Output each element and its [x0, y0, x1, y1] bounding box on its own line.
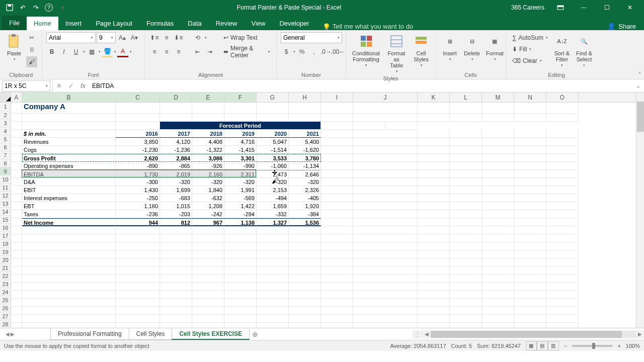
- name-box[interactable]: 1R x 5C▾: [2, 80, 50, 92]
- cell-styles-button[interactable]: Cell Styles▾: [411, 32, 431, 68]
- col-header-B[interactable]: B: [22, 93, 116, 102]
- grow-font-icon[interactable]: A▴: [117, 32, 128, 43]
- sort-filter-button[interactable]: A↓ZSort & Filter▾: [552, 32, 572, 68]
- underline-button[interactable]: U: [70, 46, 82, 57]
- row-header-14[interactable]: 14: [0, 208, 11, 216]
- help-icon[interactable]: ?: [44, 3, 53, 12]
- row-header-27[interactable]: 27: [0, 312, 11, 320]
- zoom-out-button[interactable]: −: [564, 343, 567, 349]
- col-header-I[interactable]: I: [321, 93, 353, 102]
- year-2016[interactable]: 2016: [116, 130, 160, 138]
- select-all-corner[interactable]: ◢: [0, 93, 11, 102]
- increase-indent-icon[interactable]: ⇥: [204, 46, 215, 57]
- row-header-13[interactable]: 13: [0, 200, 11, 208]
- orientation-icon[interactable]: ⟲: [192, 32, 203, 43]
- year-2017[interactable]: 2017: [160, 130, 192, 138]
- ribbon-display-icon[interactable]: [550, 2, 571, 13]
- row-header-8[interactable]: 8: [0, 159, 11, 167]
- delete-cells-button[interactable]: ⊟Delete▾: [462, 32, 482, 62]
- autosum-button[interactable]: ∑AutoSum▾: [510, 32, 550, 43]
- scrollbar-thumb[interactable]: [637, 102, 644, 132]
- maximize-button[interactable]: ☐: [597, 2, 617, 13]
- merge-center-button[interactable]: ⬌Merge & Center▾: [221, 46, 272, 57]
- row-header-23[interactable]: 23: [0, 280, 11, 288]
- copy-icon[interactable]: ⎘: [26, 44, 37, 55]
- row-header-4[interactable]: 4: [0, 127, 11, 135]
- row-header-11[interactable]: 11: [0, 184, 11, 192]
- scroll-left-icon[interactable]: ◀: [423, 331, 431, 337]
- col-header-F[interactable]: F: [224, 93, 257, 102]
- row-label-ebit[interactable]: EBIT: [22, 186, 116, 194]
- row-header-26[interactable]: 26: [0, 304, 11, 312]
- align-right-icon[interactable]: ≡: [173, 46, 184, 57]
- row-header-18[interactable]: 18: [0, 240, 11, 248]
- row-header-5[interactable]: 5: [0, 135, 11, 143]
- tab-data[interactable]: Data: [181, 17, 208, 30]
- col-header-K[interactable]: K: [418, 93, 450, 102]
- row-label-interest-expenses[interactable]: Interest expenses: [22, 194, 116, 202]
- col-header-J[interactable]: J: [353, 93, 418, 102]
- row-label-taxes[interactable]: Taxes: [22, 210, 116, 218]
- enter-formula-icon[interactable]: ✓: [65, 82, 77, 89]
- col-header-E[interactable]: E: [192, 93, 224, 102]
- row-header-25[interactable]: 25: [0, 296, 11, 304]
- row-header-21[interactable]: 21: [0, 264, 11, 272]
- col-header-G[interactable]: G: [257, 93, 289, 102]
- percent-icon[interactable]: %: [296, 46, 307, 57]
- comma-icon[interactable]: ,: [308, 46, 319, 57]
- row-header-28[interactable]: 28: [0, 320, 11, 328]
- col-header-N[interactable]: N: [514, 93, 546, 102]
- tab-formulas[interactable]: Formulas: [139, 17, 181, 30]
- borders-icon[interactable]: ▦: [86, 46, 97, 57]
- accounting-icon[interactable]: $: [281, 46, 292, 57]
- row-header-24[interactable]: 24: [0, 288, 11, 296]
- tab-insert[interactable]: Insert: [58, 17, 89, 30]
- increase-decimal-icon[interactable]: .0→: [320, 46, 332, 57]
- row-header-9[interactable]: 9: [0, 167, 11, 175]
- clear-button[interactable]: ⌫Clear▾: [510, 55, 550, 66]
- close-button[interactable]: ✕: [620, 2, 640, 13]
- company-title[interactable]: Company A: [22, 103, 116, 114]
- row-header-1[interactable]: 1: [0, 103, 11, 111]
- row-header-12[interactable]: 12: [0, 192, 11, 200]
- year-2021[interactable]: 2021: [289, 130, 321, 138]
- share-button[interactable]: 👤 Share: [607, 23, 636, 30]
- qat-dropdown-icon[interactable]: ▾: [58, 3, 67, 12]
- tab-review[interactable]: Review: [209, 17, 245, 30]
- row-header-20[interactable]: 20: [0, 256, 11, 264]
- year-2018[interactable]: 2018: [192, 130, 224, 138]
- font-color-icon[interactable]: A: [117, 46, 128, 57]
- in-mln-label[interactable]: $ in mln.: [22, 130, 116, 138]
- add-sheet-button[interactable]: ⊕: [249, 330, 261, 338]
- col-header-A[interactable]: A: [11, 93, 22, 102]
- sheet-tab-professional-formatting[interactable]: Professional Formatting: [50, 329, 129, 340]
- wrap-text-button[interactable]: ↩Wrap Text: [221, 32, 272, 43]
- format-painter-icon[interactable]: 🖌: [26, 56, 37, 67]
- row-label-revenues[interactable]: Revenues: [22, 138, 116, 146]
- row-label-cogs[interactable]: Cogs: [22, 146, 116, 154]
- tab-file[interactable]: File: [2, 16, 27, 30]
- normal-view-icon[interactable]: ▦: [526, 341, 537, 350]
- align-middle-icon[interactable]: ≡: [161, 32, 172, 43]
- formula-input[interactable]: EBITDA: [89, 82, 632, 89]
- cut-icon[interactable]: ✂: [26, 32, 37, 43]
- conditional-formatting-button[interactable]: Conditional Formatting▾: [350, 32, 382, 68]
- row-label-operating-expenses[interactable]: Operating expenses: [22, 162, 116, 170]
- row-header-10[interactable]: 10: [0, 175, 11, 184]
- zoom-level[interactable]: 100%: [626, 343, 640, 349]
- number-format-select[interactable]: General▾: [281, 32, 342, 43]
- fx-icon[interactable]: fx: [77, 82, 89, 89]
- sheet-tab-cell-styles[interactable]: Cell Styles: [129, 329, 173, 340]
- tab-home[interactable]: Home: [27, 17, 58, 30]
- collapse-ribbon-icon[interactable]: ˄: [638, 71, 641, 77]
- tab-developer[interactable]: Developer: [272, 17, 316, 30]
- col-header-O[interactable]: O: [546, 93, 579, 102]
- zoom-in-button[interactable]: +: [617, 343, 620, 349]
- italic-button[interactable]: I: [58, 46, 69, 57]
- row-label-gross-profit[interactable]: Gross Profit: [22, 154, 116, 162]
- row-header-2[interactable]: 2: [0, 111, 11, 119]
- sheet-tab-cell-styles-exercise[interactable]: Cell Styles EXERCISE: [172, 329, 250, 340]
- row-header-17[interactable]: 17: [0, 232, 11, 240]
- shrink-font-icon[interactable]: A▾: [129, 32, 140, 43]
- decrease-indent-icon[interactable]: ⇤: [192, 46, 203, 57]
